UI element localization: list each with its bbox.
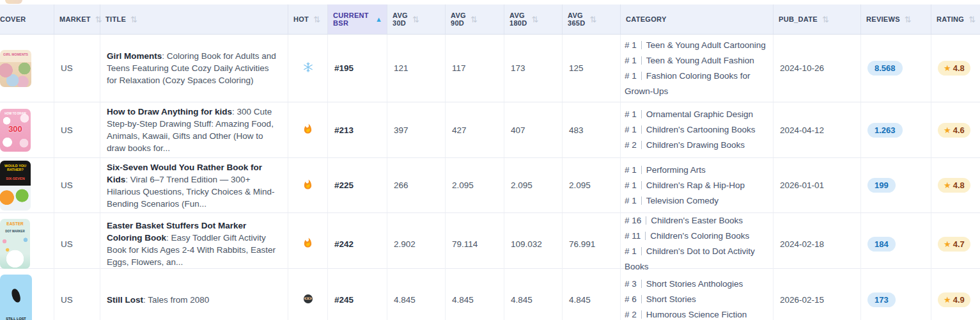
category-line: # 1Ornamental Graphic Design <box>625 107 753 122</box>
market-cell: US <box>54 213 100 275</box>
market-cell: US <box>54 35 100 102</box>
col-header-market[interactable]: MARKET ⇅ <box>54 4 100 34</box>
avg-180d-cell: 407 <box>504 102 563 157</box>
category-line: # 1Children's Rap & Hip-Hop <box>625 178 745 193</box>
current-bsr-cell: #195 <box>328 35 387 102</box>
rating-badge: ★4.9 <box>938 292 970 307</box>
avg-180d-cell: 173 <box>504 35 563 102</box>
avg-365d-cell: 2.095 <box>563 158 621 212</box>
rating-cell: ★4.8 <box>931 35 980 102</box>
avg-30d-cell: 2.902 <box>387 213 446 275</box>
col-header-avg-365d[interactable]: AVG 365D ⇅ <box>563 4 621 34</box>
col-header-cover: COVER <box>0 4 54 34</box>
hot-cell <box>288 102 328 157</box>
pub-date-cell: 2026-02-15 <box>774 269 861 320</box>
book-cover-image[interactable]: GIRL MOMENTS <box>0 50 31 87</box>
title-cell[interactable]: How to Draw Anything for kids: 300 Cute … <box>100 102 288 157</box>
reviews-badge: 199 <box>867 178 896 193</box>
divider <box>641 125 642 134</box>
category-line: # 1Fashion Coloring Books for Grown-Ups <box>625 68 766 99</box>
hot-cell <box>288 158 328 212</box>
book-cover-image[interactable]: EASTER DOT MARKER <box>0 219 30 269</box>
col-header-hot[interactable]: HOT ⇅ <box>288 4 328 34</box>
title-cell[interactable]: Easter Basket Stuffers Dot Marker Colori… <box>100 213 288 275</box>
rating-badge: ★4.7 <box>938 237 970 252</box>
reviews-cell: 8.568 <box>861 35 931 102</box>
sort-icon: ⇅ <box>412 15 419 24</box>
category-line: # 1Teen & Young Adult Fashion <box>625 53 754 68</box>
book-title[interactable]: Girl Moments: Coloring Book for Adults a… <box>107 50 281 86</box>
col-header-pub-date[interactable]: PUB_DATE ⇅ <box>774 4 861 34</box>
avg-90d-cell: 427 <box>446 102 504 157</box>
col-header-reviews[interactable]: REVIEWS ⇅ <box>861 4 931 34</box>
avg-180d-cell: 109.032 <box>504 213 563 275</box>
table-row[interactable]: GIRL MOMENTS US Girl Moments: Coloring B… <box>0 35 980 102</box>
divider <box>646 216 646 225</box>
book-title[interactable]: Six-Seven Would You Rather Book for Kids… <box>107 161 281 210</box>
category-line: # 16Children's Easter Books <box>625 213 743 228</box>
fire-icon <box>302 179 313 192</box>
col-header-title[interactable]: TITLE ⇅ <box>100 4 288 34</box>
category-line: # 1Television Comedy <box>625 193 719 209</box>
avg-180d-cell: 4.845 <box>504 269 563 320</box>
table-row[interactable]: WOULD YOU RATHER? SIX-SEVEN US Six-Seven… <box>0 158 980 213</box>
col-header-avg-30d[interactable]: AVG 30D ⇅ <box>387 4 446 34</box>
book-cover-image[interactable]: HOW TO DRAW 300 <box>0 109 31 152</box>
category-cell: # 1Ornamental Graphic Design # 1Children… <box>621 102 774 157</box>
col-header-avg-90d[interactable]: AVG 90D ⇅ <box>446 4 504 34</box>
table-row[interactable]: HOW TO DRAW 300 US How to Draw Anything … <box>0 102 980 158</box>
sort-icon: ⇅ <box>130 15 137 24</box>
divider <box>641 166 642 174</box>
market-cell: US <box>54 269 100 320</box>
sort-icon: ⇅ <box>905 15 912 24</box>
category-cell: # 1Teen & Young Adult Cartooning # 1Teen… <box>621 35 774 102</box>
cover-cell: GIRL MOMENTS <box>0 35 54 102</box>
category-line: # 2Humorous Science Fiction <box>625 307 747 320</box>
current-bsr-cell: #242 <box>328 213 387 275</box>
avg-30d-cell: 4.845 <box>387 269 446 320</box>
reviews-badge: 8.568 <box>867 61 903 76</box>
book-title[interactable]: Still Lost: Tales from 2080 <box>107 294 209 306</box>
title-cell[interactable]: Girl Moments: Coloring Book for Adults a… <box>100 35 288 102</box>
title-cell[interactable]: Six-Seven Would You Rather Book for Kids… <box>100 158 288 212</box>
title-cell[interactable]: Still Lost: Tales from 2080 <box>100 269 288 320</box>
book-title[interactable]: How to Draw Anything for kids: 300 Cute … <box>107 106 281 154</box>
sort-icon: ⇅ <box>313 15 320 24</box>
table-row[interactable]: EASTER DOT MARKER US Easter Basket Stuff… <box>0 213 980 269</box>
reviews-cell: 184 <box>861 213 931 275</box>
star-icon: ★ <box>944 126 951 134</box>
table-row[interactable]: STILL LOST US Still Lost: Tales from 208… <box>0 269 980 320</box>
book-cover-image[interactable]: WOULD YOU RATHER? SIX-SEVEN <box>0 161 31 211</box>
divider <box>641 247 642 255</box>
hot-cell <box>288 269 328 320</box>
col-header-rating[interactable]: RATING ⇅ <box>931 4 980 34</box>
book-cover-image[interactable]: STILL LOST <box>0 275 32 320</box>
pub-date-cell: 2024-04-12 <box>774 102 861 157</box>
fire-icon <box>302 237 313 250</box>
partial-cover-above <box>5 0 22 4</box>
col-header-current-bsr[interactable]: CURRENT BSR ▲ <box>328 4 387 34</box>
current-bsr-cell: #225 <box>328 158 387 212</box>
divider <box>641 181 642 189</box>
avg-90d-cell: 117 <box>446 35 504 102</box>
reviews-cell: 199 <box>861 158 931 212</box>
hot-cell <box>288 35 328 102</box>
category-line: # 1Teen & Young Adult Cartooning <box>625 38 766 53</box>
category-line: # 1Children's Cartooning Books <box>625 122 755 138</box>
col-header-category: CATEGORY <box>621 4 774 34</box>
col-header-avg-180d[interactable]: AVG 180D ⇅ <box>504 4 563 34</box>
rating-cell: ★4.6 <box>931 102 980 157</box>
divider <box>641 141 642 149</box>
category-line: # 1Performing Arts <box>625 163 706 178</box>
avg-90d-cell: 79.114 <box>446 213 504 275</box>
divider <box>641 196 642 205</box>
reviews-cell: 173 <box>861 269 931 320</box>
category-line: # 11Children's Coloring Books <box>625 228 749 244</box>
top-strip <box>0 0 980 4</box>
category-line: # 3Short Stories Anthologies <box>625 276 743 292</box>
avg-365d-cell: 483 <box>563 102 621 157</box>
category-line: # 2Children's Drawing Books <box>625 138 745 153</box>
reviews-badge: 173 <box>867 292 896 307</box>
current-bsr-cell: #245 <box>328 269 387 320</box>
book-title[interactable]: Easter Basket Stuffers Dot Marker Colori… <box>107 220 281 268</box>
